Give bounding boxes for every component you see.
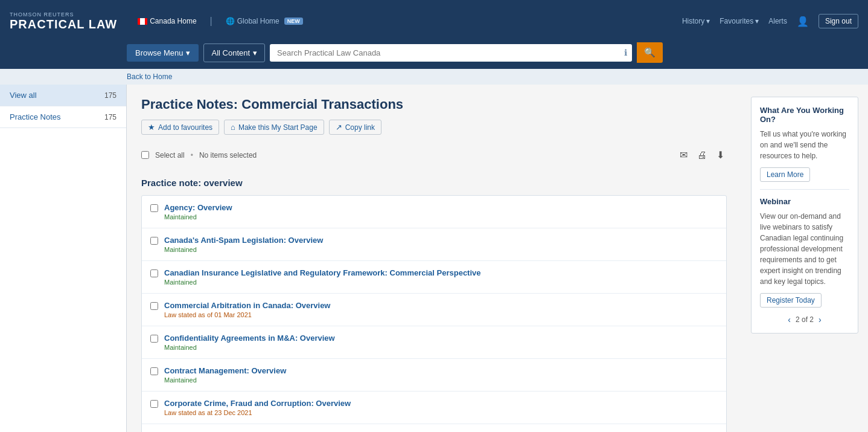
list-item-content-5: Contract Management: Overview Maintained xyxy=(164,366,286,384)
all-content-chevron-icon: ▾ xyxy=(253,48,257,57)
search-input[interactable] xyxy=(275,44,624,62)
history-button[interactable]: History ▾ xyxy=(682,17,710,25)
items-bar-left: Select all • No items selected xyxy=(141,151,257,160)
browse-menu-button[interactable]: Browse Menu ▾ xyxy=(127,44,199,62)
sidebar-item-practice-notes-count: 175 xyxy=(104,113,116,121)
search-row: Browse Menu ▾ All Content ▾ ℹ 🔍 xyxy=(0,42,868,69)
header-nav: Canada Home | 🌐 Global Home NEW xyxy=(127,0,672,42)
make-start-page-label: Make this My Start Page xyxy=(238,123,318,132)
canada-home-label: Canada Home xyxy=(150,17,196,25)
select-all-label: Select all xyxy=(155,151,185,160)
content-area: Practice Notes: Commercial Transactions … xyxy=(127,85,741,432)
sidebar-item-practice-notes[interactable]: Practice Notes 175 xyxy=(0,106,126,128)
make-start-page-button[interactable]: ⌂ Make this My Start Page xyxy=(224,120,324,135)
current-page: 2 xyxy=(796,315,800,324)
list-item-content-1: Canada's Anti-Spam Legislation: Overview… xyxy=(164,236,323,253)
globe-icon: 🌐 xyxy=(226,17,235,25)
list-item-checkbox-2[interactable] xyxy=(150,269,158,277)
search-icon: 🔍 xyxy=(644,47,656,57)
list-item-title-2[interactable]: Canadian Insurance Legislative and Regul… xyxy=(164,268,481,277)
new-badge: NEW xyxy=(284,18,303,25)
next-page-button[interactable]: › xyxy=(819,315,822,324)
search-container: ℹ xyxy=(270,44,632,62)
favourites-button[interactable]: Favourites ▾ xyxy=(720,17,759,25)
browse-menu-chevron-icon: ▾ xyxy=(186,48,190,57)
canada-home-button[interactable]: Canada Home xyxy=(133,15,201,28)
all-content-label: All Content xyxy=(211,48,250,57)
list-item: Contract Management: Overview Maintained xyxy=(142,359,726,392)
add-to-favourites-label: Add to favourites xyxy=(158,123,212,132)
pagination-text: 2 of 2 xyxy=(796,315,814,324)
alerts-button[interactable]: Alerts xyxy=(768,17,787,25)
select-all-checkbox[interactable] xyxy=(141,151,149,159)
add-to-favourites-button[interactable]: ★ Add to favourites xyxy=(141,120,219,135)
copy-link-button[interactable]: ↗ Copy link xyxy=(329,120,381,135)
user-icon-button[interactable]: 👤 xyxy=(797,16,809,27)
list-item-checkbox-0[interactable] xyxy=(150,204,158,212)
all-content-button[interactable]: All Content ▾ xyxy=(203,44,265,62)
info-icon[interactable]: ℹ xyxy=(624,48,627,57)
list-item-title-6[interactable]: Corporate Crime, Fraud and Corruption: O… xyxy=(164,399,351,408)
what-working-on-text: Tell us what you're working on and we'll… xyxy=(760,129,849,161)
sidebar-item-view-all[interactable]: View all 175 xyxy=(0,85,126,106)
header: THOMSON REUTERS PRACTICAL LAW Canada Hom… xyxy=(0,0,868,42)
download-icon-button[interactable]: ⬇ xyxy=(714,148,727,162)
list-item: Corporate Crime, Fraud and Corruption: O… xyxy=(142,392,726,424)
list-item-title-0[interactable]: Agency: Overview xyxy=(164,203,232,212)
global-home-label: Global Home xyxy=(237,17,279,25)
list-item: Canada's Anti-Spam Legislation: Overview… xyxy=(142,228,726,261)
practice-list: Agency: Overview Maintained Canada's Ant… xyxy=(141,195,727,432)
webinar-title: Webinar xyxy=(760,197,849,206)
list-item-status-6: Law stated as at 23 Dec 2021 xyxy=(164,409,351,416)
list-item-checkbox-5[interactable] xyxy=(150,367,158,375)
canada-flag-icon xyxy=(138,18,147,25)
list-item-status-3: Law stated as of 01 Mar 2021 xyxy=(164,311,330,318)
history-chevron-icon: ▾ xyxy=(706,17,710,25)
list-item-checkbox-6[interactable] xyxy=(150,400,158,408)
list-item-title-3[interactable]: Commercial Arbitration in Canada: Overvi… xyxy=(164,301,330,310)
star-icon: ★ xyxy=(148,123,155,132)
list-item-status-4: Maintained xyxy=(164,344,335,351)
total-pages: 2 xyxy=(809,315,814,324)
list-item: Corruption of Foreign Public Officials A… xyxy=(142,424,726,432)
widget-divider xyxy=(760,189,849,190)
back-to-home-link[interactable]: Back to Home xyxy=(127,73,172,81)
list-item-checkbox-3[interactable] xyxy=(150,302,158,310)
link-icon: ↗ xyxy=(336,123,342,132)
list-item-content-4: Confidentiality Agreements in M&A: Overv… xyxy=(164,334,335,351)
favourites-label: Favourites xyxy=(720,17,753,25)
list-item-status-5: Maintained xyxy=(164,376,286,384)
what-working-on-widget: What Are You Working On? Tell us what yo… xyxy=(751,97,858,334)
global-home-button[interactable]: 🌐 Global Home NEW xyxy=(221,15,308,28)
sign-out-button[interactable]: Sign out xyxy=(819,14,858,28)
favourites-chevron-icon: ▾ xyxy=(755,17,759,25)
list-item: Confidentiality Agreements in M&A: Overv… xyxy=(142,326,726,359)
search-button[interactable]: 🔍 xyxy=(637,42,663,63)
email-icon-button[interactable]: ✉ xyxy=(677,148,690,162)
sidebar-item-view-all-label: View all xyxy=(10,91,37,100)
list-item-title-1[interactable]: Canada's Anti-Spam Legislation: Overview xyxy=(164,236,323,245)
list-item: Commercial Arbitration in Canada: Overvi… xyxy=(142,294,726,326)
items-bar-right: ✉ 🖨 ⬇ xyxy=(677,148,727,162)
prev-page-button[interactable]: ‹ xyxy=(788,315,791,324)
list-item-checkbox-4[interactable] xyxy=(150,335,158,343)
list-item-title-5[interactable]: Contract Management: Overview xyxy=(164,366,286,375)
pagination: ‹ 2 of 2 › xyxy=(760,315,849,324)
register-today-button[interactable]: Register Today xyxy=(760,293,822,308)
sidebar-item-view-all-count: 175 xyxy=(104,91,116,100)
browse-menu-label: Browse Menu xyxy=(135,48,183,57)
header-logo: THOMSON REUTERS PRACTICAL LAW xyxy=(0,0,127,42)
sidebar-item-practice-notes-label: Practice Notes xyxy=(10,112,61,121)
learn-more-button[interactable]: Learn More xyxy=(760,167,810,182)
list-item-content-2: Canadian Insurance Legislative and Regul… xyxy=(164,268,481,286)
nav-separator: | xyxy=(210,16,212,27)
list-item-checkbox-1[interactable] xyxy=(150,237,158,245)
print-icon-button[interactable]: 🖨 xyxy=(695,148,709,162)
of-label: of xyxy=(802,315,809,324)
list-item-content-6: Corporate Crime, Fraud and Corruption: O… xyxy=(164,399,351,416)
sidebar: View all 175 Practice Notes 175 xyxy=(0,85,127,432)
copy-link-label: Copy link xyxy=(345,123,375,132)
history-label: History xyxy=(682,17,704,25)
list-item-title-4[interactable]: Confidentiality Agreements in M&A: Overv… xyxy=(164,334,335,343)
header-right: History ▾ Favourites ▾ Alerts 👤 Sign out xyxy=(672,0,868,42)
